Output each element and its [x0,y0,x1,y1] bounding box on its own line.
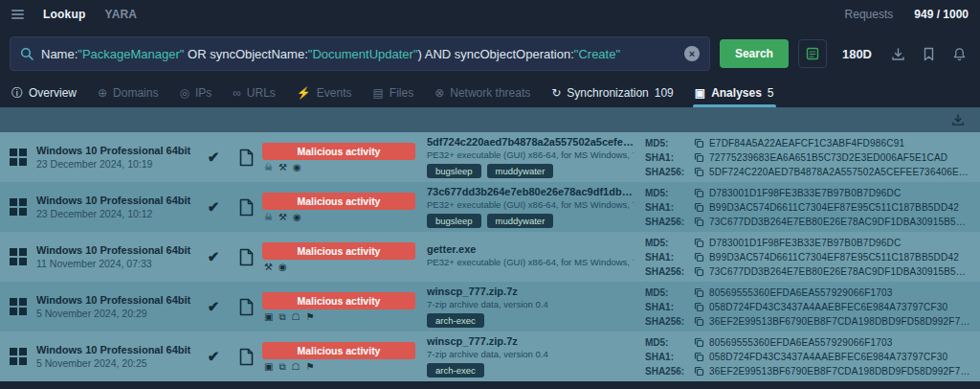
md5-label: MD5: [645,236,689,250]
bookmark-icon[interactable] [919,47,939,61]
verdict-badge[interactable]: Malicious activity [262,292,415,309]
copy-icon[interactable] [694,217,704,227]
report-icon[interactable] [230,298,262,316]
sha256-value[interactable]: 73C677DD3B264E7EB80E26E78AC9DF1DBA30915B… [709,215,970,229]
copy-icon[interactable] [694,167,704,177]
verdict-badge[interactable]: Malicious activity [262,242,415,260]
analysis-row[interactable]: Windows 10 Professional 64bit 23 Decembe… [0,182,980,232]
file-name[interactable]: 5df724c220aed7b4878a2a557502a5cefee73640… [427,136,634,148]
tab-synchronization[interactable]: ↻ Synchronization 109 [551,79,673,107]
file-cell: 5df724c220aed7b4878a2a557502a5cefee73640… [415,136,645,178]
copy-icon[interactable] [694,238,704,248]
verdict-badge[interactable]: Malicious activity [262,193,415,210]
report-icon[interactable] [230,198,262,217]
copy-icon: ⧉ [278,312,285,322]
tab-yara[interactable]: YARA [105,8,138,21]
copy-icon[interactable] [694,337,704,348]
verdict-badge[interactable]: Malicious activity [262,143,415,160]
file-name[interactable]: 73c677dd3b264e7eb80e26e78ac9df1dba30915b… [427,186,634,197]
report-icon[interactable] [230,149,262,167]
copy-icon[interactable] [694,252,704,263]
sha256-value[interactable]: 5DF724C220AED7B4878A2A557502A5CEFEE73640… [709,165,970,179]
chart-icon: ◉ [278,263,287,272]
copy-icon[interactable] [694,352,704,362]
copy-icon[interactable] [694,366,704,377]
verdict-icons: ▣⧉☖⚑ [264,312,415,322]
copy-icon[interactable] [694,188,704,198]
tag-chip[interactable]: muddywater [487,164,554,178]
md5-value[interactable]: D783001D1F98FE3B33E7B97B0B7D96DC [709,236,970,250]
sha256-value[interactable]: 36EF2E99513BF6790EB8F7CDA198DBD9FD58D992… [709,314,970,329]
tab-analyses[interactable]: ▣ Analyses 5 [695,79,774,107]
query-templates-button[interactable] [798,39,827,68]
sha1-value[interactable]: B99D3AC574D6611C7304EF87E95C511C187BB5DD… [709,200,970,215]
tab-label: Events [317,86,352,100]
export-icon[interactable] [887,47,909,61]
tab-overview[interactable]: ⓘ Overview [11,79,77,107]
verdict-icons: ☠⚒◉ [264,163,415,172]
sha1-value[interactable]: 058D724FD43C3437A4AAEBFEC6E984A73797CF30 [709,300,970,314]
tag-chip[interactable]: bugsleep [427,164,481,178]
sha256-value[interactable]: 73C677DD3B264E7EB80E26E78AC9DF1DBA30915B… [709,264,970,279]
bell-icon[interactable] [948,47,970,61]
query-operator-field: OR syncObjectName: [184,47,307,61]
report-icon[interactable] [230,348,262,366]
tab-label: Domains [113,86,158,100]
report-icon[interactable] [230,248,262,266]
verdict-badge[interactable]: Malicious activity [262,342,415,359]
md5-value[interactable]: D783001D1F98FE3B33E7B97B0B7D96DC [709,186,970,200]
file-name[interactable]: winscp_777.zip.7z [427,335,634,347]
period-selector[interactable]: 180D [836,47,878,61]
tag-chip[interactable]: arch-exec [427,363,484,378]
tool-icon: ⚒ [278,213,287,222]
verdict-icons: ▣⧉☖⚑ [264,362,415,372]
sha256-label: SHA256: [645,314,689,329]
copy-icon[interactable] [694,302,704,312]
md5-value[interactable]: 80569555360EFDA6EA557929066F1703 [709,335,970,350]
copy-icon[interactable] [694,202,704,213]
file-name[interactable]: getter.exe [427,243,634,255]
copy-icon[interactable] [694,287,704,298]
os-name: Windows 10 Professional 64bit [36,145,197,156]
copy-icon[interactable] [694,266,704,277]
tab-events[interactable]: ⚡ Events [297,79,352,107]
sha256-row: SHA256: 5DF724C220AED7B4878A2A557502A5CE… [645,165,970,179]
menu-icon[interactable] [11,10,24,19]
analysis-row[interactable]: Windows 10 Professional 64bit 23 Decembe… [0,132,980,182]
copy-icon[interactable] [694,316,704,327]
tag-chip[interactable]: arch-exec [427,313,484,328]
sha1-value[interactable]: 058D724FD43C3437A4AAEBFEC6E984A73797CF30 [709,350,970,364]
sha1-value[interactable]: 72775239683EA6A651B5C73D2E3ED006AF5E1CAD [709,150,970,165]
os-name: Windows 10 Professional 64bit [36,194,197,206]
search-query[interactable]: Name: "PackageManager" OR syncObjectName… [41,47,677,61]
tab-label: Synchronization [567,86,648,100]
search-button[interactable]: Search [720,39,789,68]
analysis-row[interactable]: Windows 10 Professional 64bit 5 November… [0,282,980,332]
globe-icon: ⊕ [98,87,107,99]
tab-network-threats[interactable]: ⊗ Network threats [434,79,530,107]
tab-ips[interactable]: ◎ IPs [179,79,212,107]
tab-files[interactable]: ▤ Files [373,79,414,107]
copy-icon[interactable] [694,152,704,163]
sha1-label: SHA1: [645,250,689,264]
tab-label: IPs [195,86,212,100]
analysis-row[interactable]: Windows 10 Professional 64bit 5 November… [0,332,980,381]
sha256-value[interactable]: 36EF2E99513BF6790EB8F7CDA198DBD9FD58D992… [709,364,970,378]
tab-lookup[interactable]: Lookup [43,8,86,21]
md5-row: MD5: 80569555360EFDA6EA557929066F1703 [645,286,970,300]
md5-value[interactable]: 80569555360EFDA6EA557929066F1703 [709,286,970,300]
copy-icon[interactable] [694,138,704,149]
clear-search-icon[interactable]: × [684,46,700,61]
tag-chip[interactable]: muddywater [487,214,554,228]
tab-urls[interactable]: ∞ URLs [233,79,276,107]
analysis-row[interactable]: Windows 10 Professional 64bit 11 Novembe… [0,232,980,282]
sha1-value[interactable]: B99D3AC574D6611C7304EF87E95C511C187BB5DD… [709,250,970,264]
file-name[interactable]: winscp_777.zip.7z [427,286,634,297]
tag-chip[interactable]: bugsleep [427,214,481,228]
tab-domains[interactable]: ⊕ Domains [98,79,158,107]
md5-value[interactable]: E7DF84A5A22AEAFCF1C3ABF4FD986C91 [709,136,970,150]
search-input[interactable]: Name: "PackageManager" OR syncObjectName… [10,36,710,71]
download-results-icon[interactable] [947,113,969,126]
sync-icon: ↻ [551,87,561,99]
environment-cell: Windows 10 Professional 64bit 5 November… [36,344,197,369]
